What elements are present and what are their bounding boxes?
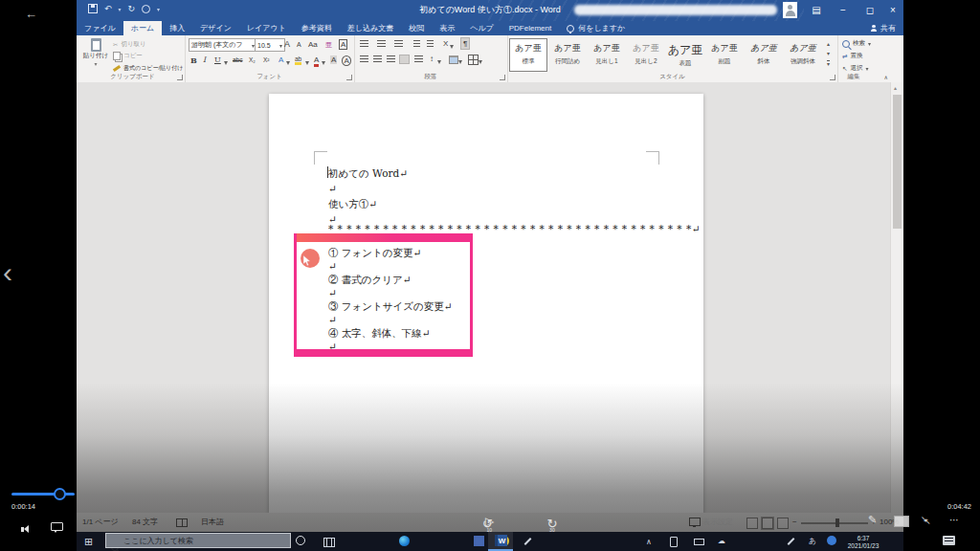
style-heading2[interactable]: あア亜 見出し2	[628, 39, 664, 71]
line-spacing-dropdown-icon[interactable]: ▾	[437, 57, 441, 66]
print-layout-button[interactable]	[762, 518, 773, 529]
taskbar-clock[interactable]: 6:37 2021/01/23	[842, 535, 884, 550]
replace-button[interactable]: ⇄ 置換	[842, 52, 862, 60]
tab-pdfelement[interactable]: PDFelement	[501, 21, 559, 35]
onenote-icon[interactable]	[474, 536, 484, 546]
proofing-icon[interactable]	[176, 518, 188, 527]
avatar[interactable]	[783, 2, 797, 18]
ribbon-display-options-icon[interactable]: ▤	[804, 0, 829, 21]
shading-dropdown-icon[interactable]: ▾	[458, 57, 462, 66]
font-name-select[interactable]: 游明朝 (本文のフ ▾	[189, 38, 257, 52]
font-color-icon[interactable]: A	[314, 55, 319, 67]
strikethrough-icon[interactable]: abc	[233, 56, 242, 63]
share-button[interactable]: 共有	[870, 21, 896, 35]
task-view-icon[interactable]	[323, 538, 335, 547]
font-color-dropdown-icon[interactable]: ▾	[322, 58, 325, 67]
tab-references[interactable]: 参考資料	[294, 21, 340, 35]
collapse-ribbon-icon[interactable]: ∧	[884, 75, 888, 80]
pen-app-icon[interactable]	[524, 538, 532, 545]
character-border-icon[interactable]: A	[339, 39, 347, 50]
align-right-icon[interactable]	[387, 55, 395, 63]
volume-icon[interactable]	[21, 527, 24, 532]
word-taskbar-button[interactable]: W	[488, 532, 513, 551]
vertical-scrollbar[interactable]: ▴	[890, 82, 903, 513]
player-more-icon[interactable]: ⋯	[949, 516, 959, 525]
style-no-spacing[interactable]: あア亜 行間詰め	[549, 39, 586, 71]
paste-button[interactable]: 貼り付け ▾	[82, 38, 109, 75]
tab-design[interactable]: デザイン	[192, 21, 239, 35]
highlight-dropdown-icon[interactable]: ▾	[305, 58, 309, 67]
enclose-characters-icon[interactable]: A	[342, 55, 351, 66]
tab-review[interactable]: 校閲	[401, 21, 432, 35]
format-painter-button[interactable]: 書式のコピー/貼り付け	[113, 64, 183, 73]
tray-pen-icon[interactable]	[788, 538, 795, 545]
extended-formatting-icon[interactable]: X	[443, 39, 448, 48]
align-left-icon[interactable]	[360, 55, 368, 63]
multilevel-list-icon[interactable]	[394, 40, 403, 48]
style-emphasis-italic[interactable]: あア亜 強調斜体	[785, 39, 821, 71]
web-layout-button[interactable]	[777, 518, 789, 529]
tab-mailings[interactable]: 差し込み文書	[340, 21, 401, 35]
prev-video-chevron[interactable]: ‹	[3, 258, 12, 287]
close-icon[interactable]: ×	[880, 0, 905, 21]
annotate-pencil-icon[interactable]: ✎	[868, 515, 877, 525]
shrink-font-icon[interactable]: A	[297, 41, 301, 48]
zoom-out-button[interactable]: −	[792, 518, 797, 526]
tab-help[interactable]: ヘルプ	[462, 21, 501, 35]
read-mode-button[interactable]	[746, 518, 758, 529]
phonetic-guide-icon[interactable]: 亜	[325, 40, 332, 50]
borders-icon[interactable]	[468, 55, 479, 65]
cut-button[interactable]: ✂ 切り取り	[113, 40, 146, 49]
tray-battery-icon[interactable]	[694, 539, 704, 545]
justify-icon[interactable]	[400, 55, 409, 63]
notification-icon[interactable]	[943, 536, 955, 545]
styles-scroll-up-icon[interactable]: ▴	[827, 41, 830, 47]
restore-icon[interactable]: ◻	[858, 0, 882, 21]
font-dialog-launcher-icon[interactable]	[346, 75, 352, 80]
highlight-color-icon[interactable]: ab	[295, 55, 301, 65]
tab-file[interactable]: ファイル	[77, 21, 123, 35]
show-formatting-marks-icon[interactable]: ¶	[461, 38, 469, 49]
bold-icon[interactable]: B	[190, 55, 197, 65]
bullets-icon[interactable]	[360, 40, 368, 48]
taskbar-search-input[interactable]	[105, 533, 291, 548]
align-center-icon[interactable]	[373, 55, 382, 63]
borders-dropdown-icon[interactable]: ▾	[479, 57, 482, 66]
zoom-slider-track[interactable]	[801, 522, 868, 524]
italic-icon[interactable]: I	[203, 55, 206, 64]
extended-formatting-dropdown-icon[interactable]: ▾	[450, 42, 454, 51]
tab-home[interactable]: ホーム	[123, 21, 162, 35]
zoom-slider-knob[interactable]	[835, 518, 839, 527]
grow-font-icon[interactable]: A	[284, 39, 290, 49]
tray-onedrive-icon[interactable]: ☁	[718, 538, 725, 545]
tab-layout[interactable]: レイアウト	[239, 21, 294, 35]
distribute-icon[interactable]	[414, 55, 423, 63]
scrollbar-thumb[interactable]	[893, 95, 902, 229]
font-size-select[interactable]: 10.5 ▾	[255, 38, 285, 52]
tell-me-box[interactable]: 何をしますか	[559, 21, 633, 35]
style-title[interactable]: あア亜 表題	[667, 39, 703, 71]
display-settings-button[interactable]: 表示設定	[702, 518, 733, 526]
line-spacing-icon[interactable]: ↕	[430, 55, 434, 63]
page-count[interactable]: 1/1 ページ	[82, 518, 119, 526]
underline-dropdown-icon[interactable]: ▾	[224, 58, 228, 67]
style-heading1[interactable]: あア亜 見出し1	[589, 39, 625, 71]
underline-icon[interactable]: U	[214, 55, 221, 64]
styles-gallery-more-icon[interactable]: ▾	[827, 60, 830, 67]
player-pip-icon[interactable]	[894, 516, 909, 527]
style-italic[interactable]: あア亜 斜体	[746, 39, 782, 71]
document-page[interactable]: 初めての Word↵ ↵ 使い方①↵ ↵ * * * * * * * * * *…	[269, 94, 703, 513]
shading-icon[interactable]	[449, 55, 458, 64]
select-button[interactable]: ↖ 選択 ▾	[842, 64, 868, 73]
tab-insert[interactable]: 挿入	[162, 21, 192, 35]
character-shading-icon[interactable]: A	[330, 55, 337, 64]
subscript-icon[interactable]: X₂	[249, 56, 256, 63]
captions-icon[interactable]	[51, 522, 63, 531]
scroll-up-icon[interactable]: ▴	[894, 85, 897, 91]
styles-dialog-launcher-icon[interactable]	[830, 75, 835, 80]
copy-button[interactable]: コピー	[113, 52, 143, 60]
language-indicator[interactable]: 日本語	[201, 518, 224, 526]
superscript-icon[interactable]: X²	[263, 56, 270, 63]
style-subtitle[interactable]: あア亜 副題	[706, 39, 743, 71]
style-normal[interactable]: あア亜 標準	[510, 39, 546, 71]
